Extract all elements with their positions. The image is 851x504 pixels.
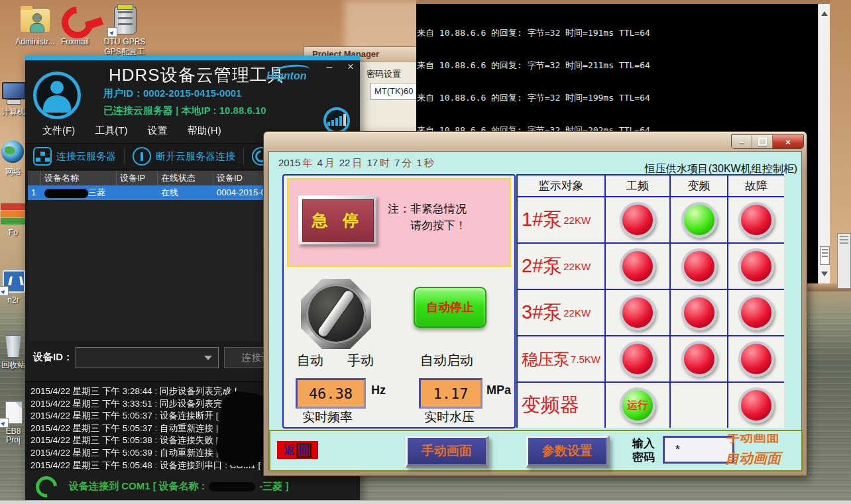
desktop-icon-recycle-bin[interactable]: 回收站 [0,332,27,371]
auto-screen-ghost-text: 自动画面 [725,449,781,468]
icon-label: DTU-GPRS [103,37,146,46]
background-scrollbar-fragment [837,233,851,289]
desktop-icon-ebs-project[interactable]: EB8 Proj [0,400,27,444]
close-button[interactable]: × [773,135,803,148]
hmi-datetime: 2015年4月22日17时7分1秒 [278,157,439,170]
scroll-up-icon[interactable] [821,8,828,16]
status-lamp [681,248,717,284]
col-online-status: 在线状态 [158,171,213,185]
frequency-label: 实时频率 [302,409,353,426]
terminal-scrollbar[interactable] [818,4,830,283]
menu-file[interactable]: 文件(F) [42,125,75,136]
inverter-fault-cell [728,383,784,428]
inverter-run-cell: 运行 [606,383,669,428]
minimize-button[interactable]: – [732,135,752,148]
spinner-icon [31,472,61,501]
minimize-button[interactable]: – [322,61,337,73]
pump2-fault-cell [728,244,784,289]
menu-settings[interactable]: 设置 [148,125,168,136]
inverter-label: 变频器 [518,383,604,428]
header-monitor-object: 监示对象 [518,176,604,196]
emergency-stop-button[interactable]: 急 停 [298,195,376,244]
computer-icon [0,79,27,106]
header-var-freq: 变频 [671,176,727,196]
pump1-fault-cell [728,197,784,242]
books-icon [0,201,27,227]
hmi-caption-buttons: – × [731,134,804,149]
col-device-ip: 设备IP [117,171,158,185]
desktop-icon-foxmail[interactable]: Foxmail [56,4,94,46]
password-input[interactable]: * [663,436,734,464]
pump3-label: 3#泵22KW [518,290,604,335]
pump3-varfreq-cell [671,290,727,335]
password-settings-label: 密码设置 [367,68,401,80]
pressure-label: 实时水压 [424,409,475,426]
stabilizer-varfreq-cell [671,336,727,381]
manual-screen-ghost-text: 手动画面 [726,434,801,443]
pump3-fault-cell [728,290,784,335]
shortcut-arrow-icon [0,418,9,428]
col-device-name: 设备名称 [41,171,117,185]
hmi-client-area: 2015年4月22日17时7分1秒 恒压供水项目(30KW机组控制柜) 急 停 … [268,151,802,471]
scrollbar-thumb[interactable] [820,246,830,265]
maximize-icon [758,138,767,146]
params-settings-button[interactable]: 参数设置 [526,436,610,468]
hignton-logo: Hignton [266,70,306,82]
auto-stop-button[interactable]: 自动停止 [414,287,486,328]
status-lamp [738,387,774,423]
hdrs-window-title: HDRS设备云管理工具 [109,64,286,87]
close-button[interactable]: × [343,61,358,73]
folder-user-icon [19,4,51,36]
control-panel: 急 停 注：非紧急情况 请勿按下！ 自动 手动 自动停止 自动启动 46.38 … [282,174,516,428]
desktop-icon-network[interactable]: 网络 [0,139,27,177]
dtu-connector-icon [109,4,141,36]
pump1-label: 1#泵22KW [518,197,604,242]
desktop-icon-n2r[interactable]: n2r [0,268,27,305]
connection-status-text: 已连接云服务器 | 本地IP : 10.88.6.10 [103,105,266,117]
disconnect-server-button[interactable]: 断开云服务器连接 [125,147,243,166]
stabilizer-fault-cell [728,336,784,381]
auto-manual-knob[interactable] [301,279,371,349]
menu-help[interactable]: 帮助(H) [188,125,221,136]
manual-screen-button[interactable]: 手动画面 [406,436,489,468]
hmi-window: – × 2015年4月22日17时7分1秒 恒压供水项目(30KW机组控制柜) … [263,131,807,476]
pump1-varfreq-cell [671,197,727,242]
emergency-panel: 急 停 注：非紧急情况 请勿按下！ [287,178,511,267]
ping-line: 来自 10.88.6.6 的回复: 字节=32 时间=199ms TTL=64 [417,93,830,103]
status-lamp [738,202,774,238]
pressure-readout: 1.17 [419,378,482,409]
emergency-note: 注：非紧急情况 请勿按下！ [388,201,467,234]
status-lamp [681,387,717,423]
auto-start-label: 自动启动 [420,352,473,370]
frequency-readout: 46.38 [296,378,366,409]
taskbar-edge [0,500,851,504]
pump2-label: 2#泵22KW [518,244,604,289]
pressure-unit: MPa [486,383,511,397]
col-num [28,171,41,185]
connect-server-button[interactable]: 连接云服务器 [25,147,124,166]
status-lamp [681,341,717,377]
hmi-bottom-bar: 返回 手动画面 参数设置 输入 密码 * 手动画面 自动画面 [269,430,803,472]
password-label: 输入 密码 [632,436,655,464]
shortcut-arrow-icon [0,286,9,296]
network-nodes-icon [33,147,52,166]
stabilizer-pump-label: 稳压泵7.5KW [518,336,604,381]
desktop-icon-dtu-gprs[interactable]: DTU-GPRS GPS配置工 [103,4,146,58]
status-lamp [620,341,655,377]
desktop-icon-fo[interactable]: Fo [0,201,27,237]
device-id-dropdown[interactable] [76,347,219,368]
desktop-icon-computer[interactable]: 计算机 [0,79,27,118]
menu-tools[interactable]: 工具(T) [95,125,127,136]
model-field[interactable]: MT(TK)60 [370,83,423,100]
selector-auto-label: 自动 [297,352,323,370]
user-id-text: 用户ID：0002-2015-0415-0001 [103,87,241,100]
device-id-label: 设备ID： [33,351,73,364]
stop-circle-icon [133,147,151,166]
document-icon [0,400,27,427]
back-button[interactable]: 返回 [277,441,318,459]
maximize-button[interactable] [752,135,773,148]
device-name-cell: 三菱 [41,185,117,200]
header-line-freq: 工频 [606,176,669,196]
scroll-down-icon[interactable] [821,272,828,279]
pump3-linefreq-cell [606,290,669,335]
